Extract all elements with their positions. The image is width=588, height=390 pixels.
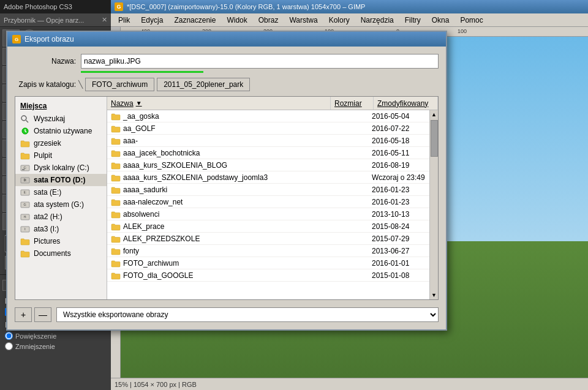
col-header-name[interactable]: Nazwa ▼ bbox=[107, 97, 331, 110]
file-date-1: 2016-07-22 bbox=[368, 124, 429, 133]
file-row-10[interactable]: ALEK_PRZEDSZKOLE 2015-07-29 bbox=[107, 233, 429, 245]
statusbar-text: 15% | 1054 × 700 px | RGB bbox=[115, 381, 197, 388]
file-name-9: ALEK_prace bbox=[107, 222, 325, 231]
zoom-out-label: Zmniejszenie bbox=[15, 343, 55, 350]
place-drive-c[interactable]: C: Dysk lokalny (C:) bbox=[15, 162, 107, 174]
file-row-3[interactable]: aaa_jacek_bochotnicka 2016-05-11 bbox=[107, 147, 429, 159]
place-drive-d[interactable]: D: sata FOTO (D:) bbox=[15, 174, 107, 186]
place-search[interactable]: Wyszukaj bbox=[15, 113, 107, 125]
scrollbar-up-btn[interactable]: ▲ bbox=[430, 110, 438, 119]
scrollbar-thumb[interactable] bbox=[431, 120, 438, 157]
ps-title: Adobe Photoshop CS3 bbox=[4, 3, 72, 10]
place-drive-h-label: ata2 (H:) bbox=[34, 212, 62, 221]
folder-pulpit-icon bbox=[20, 151, 30, 160]
place-drive-i[interactable]: I: ata3 (I:) bbox=[15, 223, 107, 235]
col-size-text: Rozmiar bbox=[334, 99, 362, 108]
files-scrollbar[interactable]: ▲ ▼ bbox=[429, 110, 438, 299]
ps-toolbar-label: Przybornik — Opcje narz... ✕ bbox=[0, 13, 111, 27]
files-list: _aa_goska 2016-05-04 aa_GOLF 2016-07- bbox=[107, 110, 429, 299]
place-drive-g[interactable]: G: ata system (G:) bbox=[15, 198, 107, 211]
col-header-size[interactable]: Rozmiar bbox=[331, 97, 374, 110]
folder-icon-11 bbox=[111, 247, 121, 255]
file-date-4: 2016-08-19 bbox=[368, 161, 429, 170]
search-icon bbox=[20, 114, 30, 123]
files-panel: Nazwa ▼ Rozmiar Zmodyfikowany bbox=[107, 97, 438, 299]
places-panel: Miejsca Wyszukaj Ostatnio używane bbox=[15, 97, 107, 299]
dialog-title-text: Eksport obrazu bbox=[24, 35, 74, 43]
file-row-5[interactable]: aaaa_kurs_SZKOLENIA_podstawy_joomla3 Wcz… bbox=[107, 171, 429, 184]
files-list-area: _aa_goska 2016-05-04 aa_GOLF 2016-07- bbox=[107, 110, 438, 299]
file-date-0: 2016-05-04 bbox=[368, 112, 429, 121]
file-row-11[interactable]: fonty 2013-06-27 bbox=[107, 245, 429, 257]
menu-narzedzia[interactable]: Narzędzia bbox=[356, 15, 399, 26]
file-row-1[interactable]: aa_GOLF 2016-07-22 bbox=[107, 122, 429, 135]
scrollbar-down-btn[interactable]: ▼ bbox=[430, 291, 438, 299]
folder-icon-7 bbox=[111, 198, 121, 206]
menu-okna[interactable]: Okna bbox=[427, 15, 454, 26]
folder-icon-4 bbox=[111, 161, 121, 170]
svg-text:I:: I: bbox=[24, 228, 26, 231]
file-name-8: absolwenci bbox=[107, 210, 325, 219]
zoom-out-radio[interactable] bbox=[5, 342, 13, 350]
file-row-2[interactable]: aaa- 2016-05-18 bbox=[107, 135, 429, 147]
menu-filtry[interactable]: Filtry bbox=[400, 15, 426, 26]
svg-text:H:: H: bbox=[24, 216, 27, 219]
menu-plik[interactable]: Plik bbox=[113, 15, 135, 26]
svg-text:E:: E: bbox=[24, 191, 26, 194]
menu-warstwa[interactable]: Warstwa bbox=[284, 15, 322, 26]
menu-edycja[interactable]: Edycja bbox=[136, 15, 168, 26]
menu-zaznaczenie[interactable]: Zaznaczenie bbox=[169, 15, 221, 26]
menu-obraz[interactable]: Obraz bbox=[254, 15, 284, 26]
scrollbar-track[interactable] bbox=[430, 158, 438, 291]
folder-icon-9 bbox=[111, 222, 121, 231]
drive-e-icon: E: bbox=[20, 188, 30, 197]
file-row-6[interactable]: aaaa_sadurki 2016-01-23 bbox=[107, 184, 429, 196]
file-row-12[interactable]: FOTO_archiwum 2016-01-01 bbox=[107, 257, 429, 269]
drive-h-icon: H: bbox=[20, 212, 30, 221]
folder-icon-0 bbox=[111, 112, 121, 121]
menu-kolory[interactable]: Kolory bbox=[324, 15, 355, 26]
file-row-4[interactable]: aaaa_kurs_SZKOLENIA_BLOG 2016-08-19 bbox=[107, 159, 429, 171]
col-header-date[interactable]: Zmodyfikowany bbox=[374, 97, 438, 110]
menu-widok[interactable]: Widok bbox=[222, 15, 252, 26]
folder-icon-1 bbox=[111, 124, 121, 133]
place-drive-d-label: sata FOTO (D:) bbox=[34, 176, 85, 184]
ps-close-icon[interactable]: ✕ bbox=[102, 16, 107, 24]
breadcrumb-btn-1[interactable]: FOTO_archiwum bbox=[85, 78, 154, 91]
file-name-0: _aa_goska bbox=[107, 112, 325, 121]
place-grzesiek[interactable]: grzesiek bbox=[15, 137, 107, 149]
file-date-8: 2013-10-13 bbox=[368, 210, 429, 219]
filename-input[interactable] bbox=[81, 54, 439, 69]
svg-point-0 bbox=[21, 116, 26, 121]
sort-arrow-icon: ▼ bbox=[136, 100, 142, 107]
place-recent-label: Ostatnio używane bbox=[34, 127, 92, 135]
export-dialog: G Eksport obrazu Nazwa: Zapis w katalogu… bbox=[6, 31, 447, 331]
place-search-label: Wyszukaj bbox=[34, 114, 65, 123]
gimp-title-text: *[DSC_0007] (zaimportowany)-15.0 (Kolory… bbox=[127, 3, 365, 10]
place-documents[interactable]: Documents bbox=[15, 247, 107, 260]
place-recent[interactable]: Ostatnio używane bbox=[15, 125, 107, 137]
menu-pomoc[interactable]: Pomoc bbox=[455, 15, 488, 26]
place-drive-h[interactable]: H: ata2 (H:) bbox=[15, 211, 107, 223]
file-row-13[interactable]: FOTO_dla_GOOGLE 2015-01-08 bbox=[107, 269, 429, 282]
file-date-9: 2015-08-24 bbox=[368, 222, 429, 231]
file-row-7[interactable]: aaa-naleczow_net 2016-01-23 bbox=[107, 196, 429, 208]
place-pulpit-label: Pulpit bbox=[34, 151, 52, 160]
file-row-9[interactable]: ALEK_prace 2015-08-24 bbox=[107, 220, 429, 233]
place-pictures[interactable]: Pictures bbox=[15, 235, 107, 247]
add-folder-btn[interactable]: + bbox=[15, 307, 32, 322]
place-drive-e[interactable]: E: sata (E:) bbox=[15, 186, 107, 198]
file-date-6: 2016-01-23 bbox=[368, 186, 429, 194]
zoom-in-radio[interactable] bbox=[5, 332, 13, 340]
file-row-0[interactable]: _aa_goska 2016-05-04 bbox=[107, 110, 429, 122]
filter-dropdown[interactable]: Wszystkie eksportowane obrazy bbox=[56, 307, 439, 322]
name-label: Nazwa: bbox=[15, 57, 76, 66]
breadcrumb-btn-2[interactable]: 2011_05_20plener_park bbox=[157, 78, 250, 91]
place-pictures-label: Pictures bbox=[34, 237, 60, 246]
file-date-13: 2015-01-08 bbox=[368, 271, 429, 280]
file-row-8[interactable]: absolwenci 2013-10-13 bbox=[107, 208, 429, 220]
dialog-footer: + — Wszystkie eksportowane obrazy bbox=[15, 307, 439, 322]
remove-folder-btn[interactable]: — bbox=[34, 307, 51, 322]
folder-icon-2 bbox=[111, 137, 121, 145]
place-pulpit[interactable]: Pulpit bbox=[15, 149, 107, 162]
